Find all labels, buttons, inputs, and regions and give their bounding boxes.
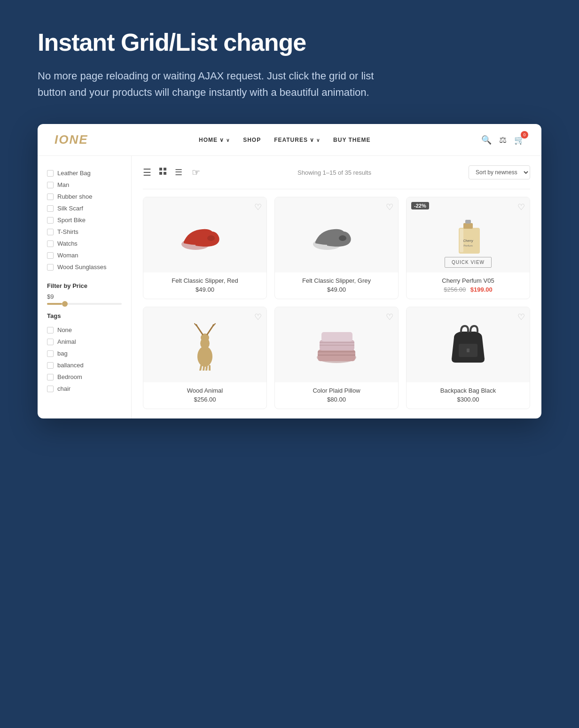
product-old-price-perfume: $256.00: [444, 286, 466, 293]
product-card-perfume: ♡ -22% Cherry Perfum QUICK VIEW: [406, 197, 530, 299]
price-slider[interactable]: [47, 303, 122, 305]
wishlist-button-pillow[interactable]: ♡: [386, 312, 393, 322]
nav-shop[interactable]: SHOP: [243, 137, 261, 143]
grid-view-icon[interactable]: [159, 167, 167, 178]
sidebar-item-woman[interactable]: Woman: [47, 249, 122, 261]
product-image-wrap-slipper-grey: ♡: [275, 197, 398, 272]
svg-line-26: [203, 367, 204, 371]
product-image-bag: [447, 321, 489, 368]
checkbox-chair[interactable]: [47, 386, 54, 392]
quick-view-button-perfume[interactable]: QUICK VIEW: [445, 257, 492, 268]
product-info-slipper-grey: Felt Classic Slipper, Grey $49.00: [275, 272, 398, 299]
checkbox-ballanced[interactable]: [47, 362, 54, 369]
sidebar-item-wood-sunglasses[interactable]: Wood Sunglasses: [47, 261, 122, 273]
sidebar-item-rubber-shoe[interactable]: Rubber shoe: [47, 191, 122, 202]
product-price-bag: $300.00: [412, 396, 524, 403]
discount-badge-perfume: -22%: [411, 202, 429, 209]
price-value: $9: [47, 293, 122, 300]
sidebar-item-watchs[interactable]: Watchs: [47, 238, 122, 249]
svg-line-27: [206, 367, 207, 371]
label-bag: bag: [57, 350, 68, 357]
main-content: Leather Bag Man Rubber shoe Silk Scarf S…: [38, 156, 541, 418]
sidebar-item-silk-scarf[interactable]: Silk Scarf: [47, 202, 122, 214]
product-info-deer: Wood Animal $256.00: [143, 382, 266, 409]
label-silk-scarf: Silk Scarf: [57, 205, 83, 212]
product-image-wrap-deer: ♡: [143, 307, 266, 382]
label-none: None: [57, 326, 72, 333]
checkbox-bedroom[interactable]: [47, 374, 54, 380]
filter-icon[interactable]: ☰: [143, 167, 151, 178]
sort-select[interactable]: Sort by newness: [469, 165, 530, 179]
sidebar-item-leather-bag[interactable]: Leather Bag: [47, 167, 122, 179]
svg-rect-38: [467, 349, 469, 352]
product-card-slipper-grey: ♡ Felt Classic Slipper, Grey $49.00: [274, 197, 399, 299]
sidebar-tag-bag[interactable]: bag: [47, 348, 122, 359]
checkbox-wood-sunglasses[interactable]: [47, 264, 54, 271]
product-name-bag: Backpack Bag Black: [412, 387, 524, 394]
account-icon[interactable]: ⚖: [499, 135, 507, 145]
svg-line-21: [196, 325, 198, 327]
checkbox-tshirts[interactable]: [47, 229, 54, 235]
product-name-pillow: Color Plaid Pillow: [281, 387, 392, 394]
toolbar-divider: [143, 189, 530, 189]
svg-rect-0: [159, 168, 162, 170]
svg-rect-15: [460, 229, 463, 252]
products-toolbar: ☰ ☰ ☞ Showing 1–15 of 35 results Sort by…: [143, 165, 530, 179]
product-card-slipper-red: ♡ Felt Classic Slipper, Red $49.00: [143, 197, 267, 299]
nav-home[interactable]: HOME ∨: [199, 137, 230, 143]
price-slider-thumb[interactable]: [62, 301, 68, 307]
product-image-slipper-red: [179, 216, 231, 254]
wishlist-button-slipper-red[interactable]: ♡: [254, 202, 262, 212]
list-view-icon[interactable]: ☰: [175, 167, 182, 178]
checkbox-bag[interactable]: [47, 350, 54, 357]
wishlist-button-deer[interactable]: ♡: [254, 312, 262, 322]
checkbox-watchs[interactable]: [47, 240, 54, 247]
checkbox-leather-bag[interactable]: [47, 170, 54, 177]
sidebar-item-sport-bike[interactable]: Sport Bike: [47, 214, 122, 226]
label-leather-bag: Leather Bag: [57, 170, 91, 177]
nav-buy-theme[interactable]: BUY THEME: [333, 137, 370, 143]
checkbox-animal[interactable]: [47, 339, 54, 345]
sidebar-item-tshirts[interactable]: T-Shirts: [47, 226, 122, 238]
cart-icon[interactable]: 🛒 0: [514, 135, 524, 145]
hero-title: Instant Grid/List change: [38, 28, 541, 56]
product-image-perfume: Cherry Perfum: [449, 211, 487, 258]
svg-point-16: [197, 346, 212, 367]
product-price-pillow: $80.00: [281, 396, 392, 403]
label-ballanced: ballanced: [57, 362, 84, 369]
sidebar-tag-chair[interactable]: chair: [47, 383, 122, 395]
label-bedroom: Bedroom: [57, 373, 82, 380]
svg-line-22: [207, 327, 212, 334]
demo-window: IONE HOME ∨ SHOP FEATURES ∨ BUY THEME 🔍 …: [38, 124, 541, 418]
checkbox-rubber-shoe[interactable]: [47, 194, 54, 200]
products-grid: ♡ Felt Classic Slipper, Red $49.00: [143, 197, 530, 409]
svg-line-24: [212, 325, 213, 327]
search-icon[interactable]: 🔍: [481, 135, 492, 145]
product-card-bag: ♡ Backpack Bag Black: [406, 307, 530, 409]
results-text: Showing 1–15 of 35 results: [208, 169, 461, 176]
wishlist-button-bag[interactable]: ♡: [517, 312, 525, 322]
checkbox-none[interactable]: [47, 327, 54, 333]
sidebar-tag-ballanced[interactable]: ballanced: [47, 359, 122, 371]
svg-point-9: [339, 235, 346, 241]
sidebar-tag-none[interactable]: None: [47, 324, 122, 336]
svg-text:Cherry: Cherry: [463, 239, 473, 243]
sidebar-tag-bedroom[interactable]: Bedroom: [47, 371, 122, 383]
checkbox-man[interactable]: [47, 182, 54, 188]
sidebar-categories: Leather Bag Man Rubber shoe Silk Scarf S…: [47, 167, 122, 273]
label-watchs: Watchs: [57, 240, 78, 247]
checkbox-sport-bike[interactable]: [47, 217, 54, 224]
product-price-slipper-red: $49.00: [149, 286, 261, 293]
wishlist-button-slipper-grey[interactable]: ♡: [386, 202, 393, 212]
label-animal: Animal: [57, 338, 76, 345]
nav-features[interactable]: FEATURES ∨: [274, 137, 320, 143]
product-info-bag: Backpack Bag Black $300.00: [407, 382, 530, 409]
checkbox-silk-scarf[interactable]: [47, 205, 54, 212]
wishlist-button-perfume[interactable]: ♡: [517, 202, 525, 212]
filter-price-title: Filter by Price: [47, 282, 122, 289]
label-man: Man: [57, 181, 69, 188]
sidebar-tag-animal[interactable]: Animal: [47, 336, 122, 348]
product-image-wrap-perfume: ♡ -22% Cherry Perfum QUICK VIEW: [407, 197, 530, 272]
checkbox-woman[interactable]: [47, 252, 54, 259]
sidebar-item-man[interactable]: Man: [47, 179, 122, 191]
